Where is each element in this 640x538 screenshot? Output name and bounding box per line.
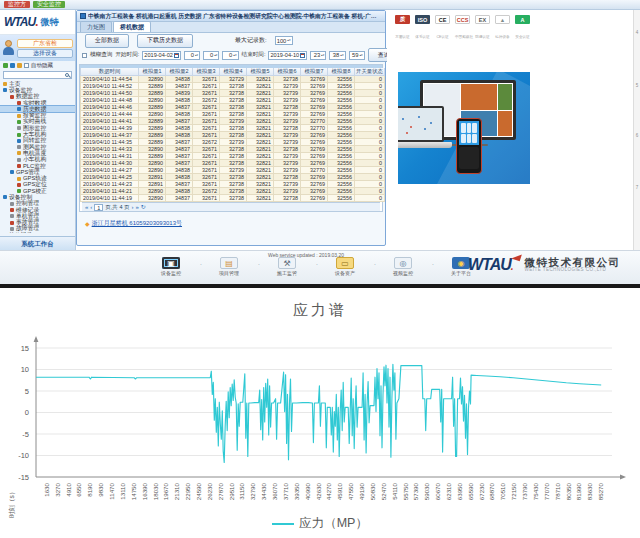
sidebar-workbench-button[interactable]: 系统工作台 (0, 236, 75, 250)
start-date-field[interactable]: 2019-04-02 (142, 51, 181, 60)
table-row[interactable]: 2019/04/10 11:44:50328893483932671327383… (81, 90, 385, 97)
end-hour-stepper[interactable]: 23▴▾ (310, 51, 326, 60)
cell-value: 32769 (301, 76, 328, 83)
window-tab[interactable]: 桥机数据 (113, 21, 151, 32)
grid-column-header[interactable]: 开关量状态 (355, 68, 385, 76)
grid-column-header[interactable]: 模拟量1 (139, 68, 166, 76)
select-device-button[interactable]: 选择设备 (17, 49, 73, 58)
cell-value: 32821 (247, 90, 274, 97)
x-tick-label: 14750 (130, 482, 137, 500)
cell-value: 0 (355, 104, 385, 111)
x-tick-label: 78710 (554, 482, 561, 500)
table-row[interactable]: 2019/04/10 11:44:37328893483832671327383… (81, 132, 385, 139)
table-row[interactable]: 2019/04/10 11:44:39328893483832671327383… (81, 125, 385, 132)
cell-value: 32556 (328, 132, 355, 139)
cell-value: 0 (355, 181, 385, 188)
grid-column-header[interactable]: 模拟量5 (247, 68, 274, 76)
pager-last-button[interactable]: » (136, 204, 139, 210)
cell-value: 32891 (139, 181, 166, 188)
table-row[interactable]: 2019/04/10 11:44:44328903483832671327383… (81, 111, 385, 118)
table-row[interactable]: 2019/04/10 11:44:31328893483732671327383… (81, 153, 385, 160)
x-tick-label: 13110 (119, 482, 126, 499)
table-row[interactable]: 2019/04/10 11:44:19328903483732671327383… (81, 195, 385, 202)
grid-column-header[interactable]: 模拟量3 (193, 68, 220, 76)
table-row[interactable]: 2019/04/10 11:44:30328903483732671327383… (81, 160, 385, 167)
chart-platform-button[interactable]: ▤项目管理 (206, 257, 252, 276)
table-row[interactable]: 2019/04/10 11:44:25328913483832671327383… (81, 174, 385, 181)
cell-timestamp: 2019/04/10 11:44:44 (81, 111, 139, 118)
x-axis-arrow (620, 475, 626, 480)
table-row[interactable]: 2019/04/10 11:44:52328893483732671327383… (81, 83, 385, 90)
folder-platform-button[interactable]: ▭设备资产 (322, 257, 368, 276)
grid-column-header[interactable]: 模拟量2 (166, 68, 193, 76)
table-row[interactable]: 2019/04/10 11:44:41328893483732671327393… (81, 118, 385, 125)
fuzzy-query-checkbox[interactable] (82, 53, 87, 58)
table-row[interactable]: 2019/04/10 11:44:35328893483732672327393… (81, 139, 385, 146)
calendar-icon[interactable] (174, 53, 179, 58)
all-data-button[interactable]: 全部数据 (85, 34, 129, 48)
cell-value: 32738 (220, 104, 247, 111)
cell-value: 32889 (139, 104, 166, 111)
camera-platform-button[interactable]: ◎视频监控 (380, 257, 426, 276)
cell-value: 32769 (301, 90, 328, 97)
device-link[interactable]: 浙江月星桥机 61059203093013号 (92, 219, 182, 228)
tree-node-icon (17, 120, 21, 124)
monitor-platform-button[interactable]: ▣设备监控 (148, 257, 194, 276)
grid-column-header[interactable]: 模拟量4 (220, 68, 247, 76)
table-row[interactable]: 2019/04/10 11:44:48328903483832672327383… (81, 97, 385, 104)
table-row[interactable]: 2019/04/10 11:44:33328903483732671327383… (81, 146, 385, 153)
cell-value: 32671 (193, 132, 220, 139)
x-tick-label: 67230 (478, 482, 485, 500)
table-row[interactable]: 2019/04/10 11:44:27328903483832671327393… (81, 167, 385, 174)
grid-column-header[interactable]: 模拟量7 (301, 68, 328, 76)
auto-hide-checkbox[interactable] (24, 63, 29, 68)
start-hour-stepper[interactable]: 0▴▾ (184, 51, 200, 60)
cell-value: 32770 (301, 125, 328, 132)
cell-value: 32672 (193, 97, 220, 104)
pager-refresh-icon[interactable]: ↻ (141, 204, 146, 210)
org-button[interactable]: 广东省检 (17, 39, 73, 48)
tree-node-icon (10, 221, 14, 225)
cell-value: 32769 (301, 153, 328, 160)
end-minute-stepper[interactable]: 38▴▾ (329, 51, 345, 60)
cell-value: 32889 (139, 83, 166, 90)
wrench-platform-button[interactable]: ⚒施工监管 (264, 257, 310, 276)
quick-icon-green[interactable] (3, 63, 8, 68)
top-chip-safety[interactable]: 安全监控 (33, 1, 65, 8)
quick-icon-blue[interactable] (10, 63, 15, 68)
table-row[interactable]: 2019/04/10 11:44:21328903483832672327383… (81, 188, 385, 195)
start-second-stepper[interactable]: 0▴▾ (222, 51, 238, 60)
pager-page-input[interactable]: 1 (94, 204, 103, 211)
pager-prev-button[interactable]: ‹ (90, 204, 92, 210)
end-date-field[interactable]: 2019-04-10 (268, 51, 307, 60)
y-tick-label: -15 (18, 473, 29, 482)
cell-value: 32738 (220, 146, 247, 153)
top-chip-monitor[interactable]: 监控方 (4, 1, 30, 8)
end-second-stepper[interactable]: 59▴▾ (349, 51, 365, 60)
tree-node-icon (17, 139, 21, 143)
grid-column-header[interactable]: 模拟量8 (328, 68, 355, 76)
quick-icon-orange[interactable] (17, 63, 22, 68)
x-tick-label: 72150 (510, 482, 517, 500)
download-history-button[interactable]: 下载历史数据 (137, 34, 193, 48)
start-minute-stepper[interactable]: 0▴▾ (203, 51, 219, 60)
cell-value: 32671 (193, 104, 220, 111)
cell-value: 32739 (220, 118, 247, 125)
x-tick-label: 81990 (575, 482, 582, 500)
x-tick-label: 32790 (249, 482, 256, 500)
cell-value: 32821 (247, 111, 274, 118)
search-input[interactable] (3, 71, 72, 79)
grid-column-header[interactable]: 数据时间 (81, 68, 139, 76)
table-row[interactable]: 2019/04/10 11:44:54328903483832671327293… (81, 76, 385, 83)
max-records-stepper[interactable]: 100▴▾ (275, 36, 293, 45)
table-row[interactable]: 2019/04/10 11:44:46328893483732671327383… (81, 104, 385, 111)
pager-next-button[interactable]: › (132, 204, 134, 210)
window-tab[interactable]: 力矩图 (80, 21, 112, 32)
cell-value: 32739 (274, 160, 301, 167)
table-row[interactable]: 2019/04/10 11:44:23328913483732671327383… (81, 181, 385, 188)
grid-column-header[interactable]: 模拟量6 (274, 68, 301, 76)
pager-first-button[interactable]: « (85, 204, 88, 210)
calendar-icon[interactable] (300, 53, 305, 58)
search-icon[interactable] (65, 73, 69, 77)
cell-timestamp: 2019/04/10 11:44:52 (81, 83, 139, 90)
